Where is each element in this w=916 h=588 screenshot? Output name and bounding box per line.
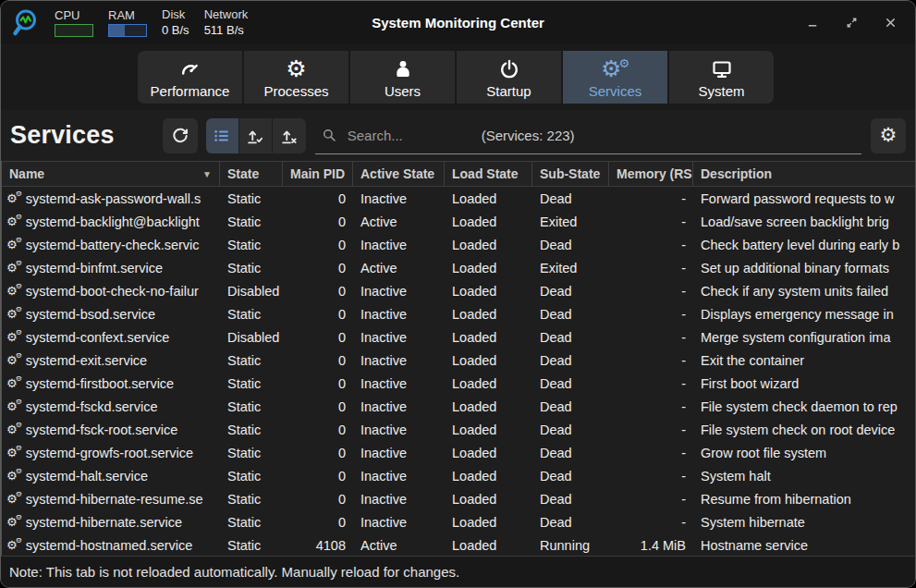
table-row[interactable]: ⚙⚙systemd-fsckd.serviceStatic0InactiveLo… bbox=[2, 395, 915, 418]
service-name-cell: ⚙⚙systemd-backlight@backlight bbox=[2, 214, 220, 229]
table-row[interactable]: ⚙⚙systemd-fsck-root.serviceStatic0Inacti… bbox=[2, 418, 915, 441]
service-name: systemd-binfmt.service bbox=[26, 261, 163, 276]
refresh-button[interactable] bbox=[163, 118, 198, 153]
table-row[interactable]: ⚙⚙systemd-bsod.serviceStatic0InactiveLoa… bbox=[2, 302, 915, 325]
tab-strip: Performance⚙ProcessesUsersStartup⚙⚙Servi… bbox=[1, 44, 915, 110]
main-pid-cell: 0 bbox=[283, 399, 353, 414]
main-pid-cell: 0 bbox=[283, 376, 353, 391]
service-gears-icon: ⚙⚙ bbox=[6, 307, 22, 321]
tab-label: Services bbox=[589, 83, 642, 99]
table-row[interactable]: ⚙⚙systemd-hibernate.serviceStatic0Inacti… bbox=[2, 510, 915, 533]
search-icon bbox=[321, 127, 337, 143]
arrow-up-check-icon bbox=[245, 126, 265, 146]
disable-service-button[interactable] bbox=[273, 118, 306, 153]
main-pid-cell: 0 bbox=[283, 261, 353, 276]
active-state-cell: Active bbox=[353, 261, 445, 276]
ram-usage-bar bbox=[108, 24, 147, 37]
active-state-cell: Inactive bbox=[353, 492, 445, 507]
tab-services[interactable]: ⚙⚙Services bbox=[563, 51, 669, 104]
description-cell: First boot wizard bbox=[693, 376, 915, 391]
tab-users[interactable]: Users bbox=[350, 51, 457, 104]
service-name-cell: ⚙⚙systemd-battery-check.servic bbox=[2, 238, 220, 252]
main-pid-cell: 0 bbox=[283, 353, 353, 368]
window-controls bbox=[804, 15, 906, 31]
maximize-button[interactable] bbox=[843, 15, 860, 31]
header-load-state[interactable]: Load State bbox=[445, 162, 532, 186]
search-input[interactable] bbox=[346, 127, 460, 144]
table-row[interactable]: ⚙⚙systemd-battery-check.servicStatic0Ina… bbox=[2, 233, 915, 256]
state-cell: Static bbox=[220, 446, 283, 460]
main-pid-cell: 0 bbox=[283, 423, 353, 437]
table-row[interactable]: ⚙⚙systemd-boot-check-no-failurDisabled0I… bbox=[2, 279, 915, 302]
description-cell: Grow root file system bbox=[693, 446, 915, 460]
service-name-cell: ⚙⚙systemd-bsod.service bbox=[2, 307, 220, 322]
view-filter-group bbox=[206, 118, 306, 153]
service-gears-icon: ⚙⚙ bbox=[6, 330, 22, 344]
tab-label: Users bbox=[385, 83, 421, 99]
service-gears-icon: ⚙⚙ bbox=[6, 238, 22, 251]
sub-state-cell: Dead bbox=[532, 492, 609, 507]
network-meter: Network 511 B/s bbox=[204, 8, 249, 37]
table-body: ⚙⚙systemd-ask-password-wall.sStatic0Inac… bbox=[2, 187, 915, 557]
active-state-cell: Inactive bbox=[353, 376, 445, 391]
load-state-cell: Loaded bbox=[445, 469, 532, 484]
table-row[interactable]: ⚙⚙systemd-backlight@backlightStatic0Acti… bbox=[2, 210, 915, 233]
enable-service-button[interactable] bbox=[239, 118, 273, 153]
table-row[interactable]: ⚙⚙systemd-exit.serviceStatic0InactiveLoa… bbox=[2, 349, 915, 372]
service-gears-icon: ⚙⚙ bbox=[6, 353, 22, 367]
active-state-cell: Inactive bbox=[353, 423, 445, 437]
load-state-cell: Loaded bbox=[445, 538, 532, 553]
service-name: systemd-hibernate.service bbox=[26, 515, 182, 530]
table-row[interactable]: ⚙⚙systemd-binfmt.serviceStatic0ActiveLoa… bbox=[2, 256, 915, 279]
service-name: systemd-battery-check.servic bbox=[26, 238, 200, 252]
tab-processes[interactable]: ⚙Processes bbox=[244, 51, 350, 104]
header-sub-state[interactable]: Sub-State bbox=[532, 162, 609, 186]
service-name: systemd-growfs-root.service bbox=[26, 446, 193, 460]
sub-state-cell: Exited bbox=[532, 214, 609, 229]
description-cell: System hibernate bbox=[693, 515, 915, 530]
load-state-cell: Loaded bbox=[445, 399, 532, 414]
service-name: systemd-ask-password-wall.s bbox=[26, 191, 201, 206]
table-row[interactable]: ⚙⚙systemd-ask-password-wall.sStatic0Inac… bbox=[2, 187, 915, 210]
service-gears-icon: ⚙⚙ bbox=[6, 376, 22, 390]
cpu-meter: CPU bbox=[55, 8, 93, 37]
table-row[interactable]: ⚙⚙systemd-halt.serviceStatic0InactiveLoa… bbox=[2, 464, 915, 487]
table-row[interactable]: ⚙⚙systemd-hibernate-resume.seStatic0Inac… bbox=[2, 487, 915, 510]
main-pid-cell: 0 bbox=[283, 307, 353, 322]
state-cell: Static bbox=[220, 214, 283, 229]
table-row[interactable]: ⚙⚙systemd-growfs-root.serviceStatic0Inac… bbox=[2, 441, 915, 464]
settings-button[interactable]: ⚙ bbox=[871, 118, 906, 153]
memory-cell: - bbox=[609, 284, 693, 299]
load-state-cell: Loaded bbox=[445, 446, 532, 460]
state-cell: Static bbox=[220, 376, 283, 391]
description-cell: Exit the container bbox=[693, 353, 915, 368]
cpu-label: CPU bbox=[55, 9, 93, 21]
tab-startup[interactable]: Startup bbox=[457, 51, 563, 104]
header-memory[interactable]: Memory (RS bbox=[609, 162, 693, 186]
app-logo-icon bbox=[10, 6, 43, 40]
active-state-cell: Inactive bbox=[353, 446, 445, 460]
main-pid-cell: 0 bbox=[283, 330, 353, 345]
service-name: systemd-halt.service bbox=[26, 469, 148, 484]
header-description[interactable]: Description bbox=[693, 162, 915, 186]
table-row[interactable]: ⚙⚙systemd-confext.serviceDisabled0Inacti… bbox=[2, 325, 915, 349]
state-cell: Static bbox=[220, 492, 283, 507]
description-cell: Check battery level during early b bbox=[693, 238, 915, 252]
service-gears-icon: ⚙⚙ bbox=[6, 399, 22, 413]
header-active-state[interactable]: Active State bbox=[353, 162, 445, 186]
table-row[interactable]: ⚙⚙systemd-firstboot.serviceStatic0Inacti… bbox=[2, 372, 915, 395]
tab-performance[interactable]: Performance bbox=[138, 51, 244, 104]
table-row[interactable]: ⚙⚙systemd-hostnamed.serviceStatic4108Act… bbox=[2, 533, 915, 557]
service-gears-icon: ⚙⚙ bbox=[6, 261, 22, 275]
header-state[interactable]: State bbox=[220, 162, 283, 186]
header-name[interactable]: Name ▼ bbox=[2, 162, 220, 186]
tab-system[interactable]: System bbox=[669, 51, 774, 104]
minimize-button[interactable] bbox=[804, 15, 821, 31]
memory-cell: - bbox=[609, 469, 693, 484]
close-button[interactable] bbox=[882, 15, 898, 31]
tab-label: Startup bbox=[486, 83, 531, 99]
sub-state-cell: Dead bbox=[532, 423, 609, 437]
load-state-cell: Loaded bbox=[445, 238, 532, 252]
list-view-button[interactable] bbox=[206, 118, 239, 153]
header-main-pid[interactable]: Main PID bbox=[283, 162, 353, 186]
